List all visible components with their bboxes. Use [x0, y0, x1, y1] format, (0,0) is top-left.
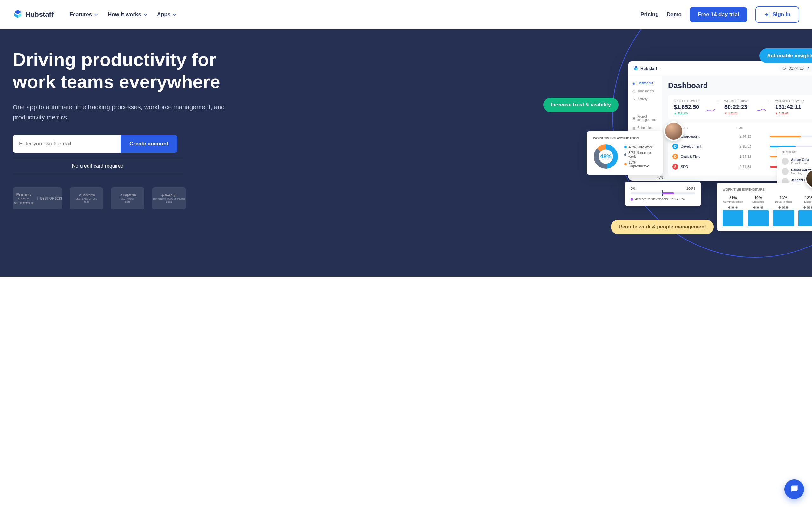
member-avatar — [781, 168, 789, 175]
badge-capterra-ease: ↗ Capterra BEST EASE OF USE 2023 — [70, 187, 103, 210]
donut-chart: 48% — [593, 144, 618, 169]
project-time: 2:44:12 — [740, 134, 768, 138]
main-nav: Features How it works Apps — [69, 11, 177, 18]
app-icons: ◆ ▣ ◉ — [773, 205, 794, 209]
sparkline-icon — [757, 108, 766, 112]
exp-pct: 12% — [798, 196, 812, 200]
exp-pct: 19% — [748, 196, 769, 200]
sidebar-dashboard[interactable]: ◉Dashboard — [629, 79, 661, 87]
metrics-row: SPENT THIS WEEK $1,852.50 ▲ $211.00 ⋮ WO… — [668, 95, 812, 119]
hubstaff-logo-icon — [633, 66, 639, 71]
exp-pct: 13% — [773, 196, 794, 200]
project-name: SEO — [681, 165, 737, 169]
legend-dot — [624, 153, 626, 156]
slider-track — [630, 192, 695, 194]
app-icons: ◆ ▣ ◉ — [722, 205, 744, 209]
sidebar-timesheets[interactable]: ◷Timesheets — [629, 87, 661, 95]
stopwatch-icon: ⏱ — [782, 66, 786, 71]
legend-row: 48% Core work — [624, 144, 657, 150]
classification-card: WORK TIME CLASSIFICATION 48% 48% Core wo… — [587, 131, 663, 175]
project-time: 0:41:33 — [740, 165, 768, 169]
sidebar-activity[interactable]: ∿Activity — [629, 95, 661, 103]
app-icons: ◆ ▣ ◉ — [748, 205, 769, 209]
email-input[interactable] — [13, 135, 120, 153]
member-role: Product design — [791, 162, 812, 164]
sidebar-pm[interactable]: ▣Project management — [629, 112, 661, 124]
nav-how-it-works[interactable]: How it works — [108, 11, 148, 18]
slider-range — [662, 192, 674, 194]
expenditure-column: 21% Communication ◆ ▣ ◉ — [722, 196, 744, 226]
legend-dot — [624, 163, 627, 165]
sparkline-icon — [706, 108, 715, 112]
more-icon: ⋮ — [716, 100, 720, 104]
clock-icon: ◷ — [632, 90, 636, 93]
dash-header: Hubstaff ‹ ⏱ 02:44:15 ↗ — [628, 61, 812, 76]
legend-dot — [624, 146, 627, 148]
exp-pct: 21% — [722, 196, 744, 200]
project-row[interactable]: C Chargepoint 2:44:12 — [672, 131, 812, 141]
expenditure-card: WORK TIME EXPENDITURE 21% Communication … — [717, 183, 812, 231]
expenditure-column: 13% Development ◆ ▣ ◉ — [773, 196, 794, 226]
legend-dot — [630, 198, 633, 201]
activity-icon: ∿ — [632, 98, 636, 101]
pill-insights: Actionable insights — [759, 49, 812, 63]
sign-in-button[interactable]: Sign in — [755, 6, 799, 23]
brand-name: Hubstaff — [26, 10, 54, 19]
app-icons: ◆ ▣ ◉ — [798, 205, 812, 209]
member-avatar — [781, 158, 789, 165]
project-name: Chargepoint — [681, 134, 737, 138]
more-icon: ⋮ — [767, 100, 771, 104]
project-bar — [770, 135, 812, 137]
exp-bar — [748, 210, 769, 226]
metric-worked-today: WORKED TODAY 80:22:23 ▼ 1:52:02 ⋮ — [724, 100, 769, 115]
person-avatar — [664, 121, 683, 141]
chevron-down-icon — [94, 12, 98, 17]
slider-card: 0% 48% 100% Average for developers: 52% … — [625, 181, 701, 206]
collapse-icon: ‹ — [660, 66, 662, 70]
exp-bar — [722, 210, 744, 226]
free-trial-button[interactable]: Free 14-day trial — [690, 7, 747, 22]
project-icon: D — [672, 144, 678, 149]
dashboard-title: Dashboard — [668, 81, 812, 90]
exp-label: Communication — [722, 200, 744, 204]
folder-icon: ▣ — [632, 117, 635, 120]
hubstaff-logo-icon — [13, 9, 23, 20]
badge-getapp: ◆ GetApp BEST FUNCTIONALITY & FEATURES 2… — [152, 187, 186, 210]
sign-in-icon — [764, 12, 770, 17]
metric-spent: SPENT THIS WEEK $1,852.50 ▲ $211.00 ⋮ — [674, 100, 718, 115]
no-card-text: No credit card required — [13, 159, 183, 173]
metric-worked-week: WORKED THIS WEEK 131:42:11 ▼ 1:52:02 — [775, 100, 812, 115]
dash-logo: Hubstaff — [633, 66, 657, 71]
chevron-down-icon — [172, 12, 177, 17]
brand-logo[interactable]: Hubstaff — [13, 9, 54, 20]
project-name: Development — [681, 145, 737, 148]
badge-forbes: Forbes ADVISOR 5.0 ★★★★★ BEST OF 2023 — [13, 187, 62, 210]
hero-title: Driving productivity for work teams ever… — [13, 49, 235, 93]
nav-apps[interactable]: Apps — [157, 11, 177, 18]
nav-pricing[interactable]: Pricing — [641, 11, 659, 18]
member-name: Adrian Goia — [791, 158, 812, 162]
exp-bar — [773, 210, 794, 226]
nav-features[interactable]: Features — [69, 11, 98, 18]
signup-form: Create account — [13, 135, 235, 153]
badge-capterra-value: ↗ Capterra BEST VALUE 2023 — [111, 187, 144, 210]
hero-subtitle: One app to automate time tracking proces… — [13, 102, 235, 122]
create-account-button[interactable]: Create account — [120, 135, 177, 153]
project-icon: D — [672, 154, 678, 159]
hero-section: Driving productivity for work teams ever… — [0, 30, 812, 277]
nav-demo[interactable]: Demo — [667, 11, 681, 18]
exp-label: Meetings — [748, 200, 769, 204]
timer-display: ⏱ 02:44:15 ↗ — [779, 65, 812, 72]
pill-trust: Increase trust & visibility — [543, 98, 618, 112]
project-name: Desk & Field — [681, 155, 737, 158]
chevron-down-icon — [143, 12, 148, 17]
member-row[interactable]: Adrian Goia Product design 48% 5:42 — [781, 156, 812, 166]
trust-badges: Forbes ADVISOR 5.0 ★★★★★ BEST OF 2023 ↗ … — [13, 187, 235, 210]
expenditure-column: 19% Meetings ◆ ▣ ◉ — [748, 196, 769, 226]
expenditure-column: 12% Design ◆ ▣ ◉ — [798, 196, 812, 226]
header-right: Pricing Demo Free 14-day trial Sign in — [641, 6, 799, 23]
exp-bar — [798, 210, 812, 226]
legend-row: 13% Unproductive — [624, 159, 657, 169]
site-header: Hubstaff Features How it works Apps Pric… — [0, 0, 812, 30]
gauge-icon: ◉ — [632, 82, 636, 85]
